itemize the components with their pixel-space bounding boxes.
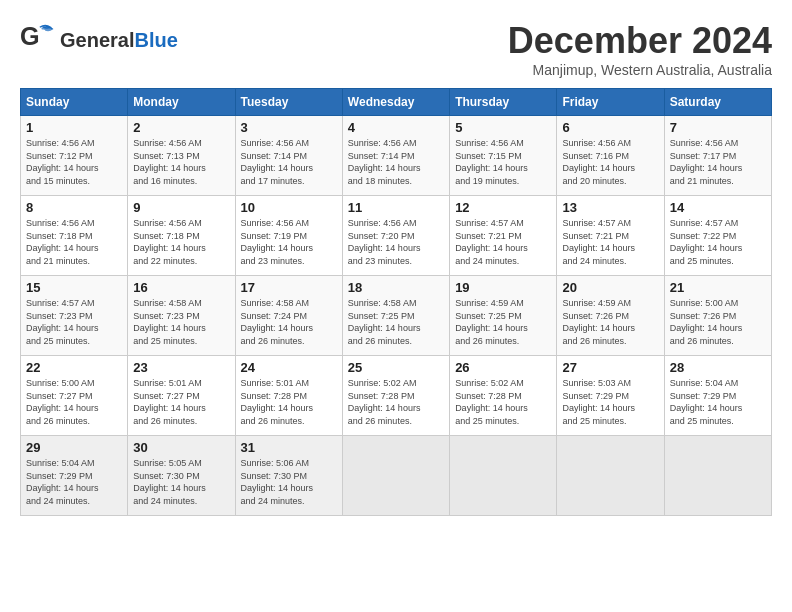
day-number: 16: [133, 280, 229, 295]
day-number: 13: [562, 200, 658, 215]
day-number: 19: [455, 280, 551, 295]
page-header: G GeneralBlue December 2024 Manjimup, We…: [20, 20, 772, 78]
weekday-header-tuesday: Tuesday: [235, 89, 342, 116]
calendar-cell: 20Sunrise: 4:59 AM Sunset: 7:26 PM Dayli…: [557, 276, 664, 356]
day-number: 14: [670, 200, 766, 215]
calendar-cell: 1Sunrise: 4:56 AM Sunset: 7:12 PM Daylig…: [21, 116, 128, 196]
calendar-cell: 28Sunrise: 5:04 AM Sunset: 7:29 PM Dayli…: [664, 356, 771, 436]
calendar-cell: 3Sunrise: 4:56 AM Sunset: 7:14 PM Daylig…: [235, 116, 342, 196]
day-number: 7: [670, 120, 766, 135]
calendar-cell: 5Sunrise: 4:56 AM Sunset: 7:15 PM Daylig…: [450, 116, 557, 196]
calendar-cell: 2Sunrise: 4:56 AM Sunset: 7:13 PM Daylig…: [128, 116, 235, 196]
weekday-header-saturday: Saturday: [664, 89, 771, 116]
day-info: Sunrise: 5:00 AM Sunset: 7:27 PM Dayligh…: [26, 377, 122, 427]
day-number: 22: [26, 360, 122, 375]
day-info: Sunrise: 4:56 AM Sunset: 7:13 PM Dayligh…: [133, 137, 229, 187]
day-info: Sunrise: 5:05 AM Sunset: 7:30 PM Dayligh…: [133, 457, 229, 507]
day-info: Sunrise: 4:59 AM Sunset: 7:26 PM Dayligh…: [562, 297, 658, 347]
day-number: 3: [241, 120, 337, 135]
weekday-header-wednesday: Wednesday: [342, 89, 449, 116]
calendar-cell: 16Sunrise: 4:58 AM Sunset: 7:23 PM Dayli…: [128, 276, 235, 356]
day-info: Sunrise: 4:58 AM Sunset: 7:23 PM Dayligh…: [133, 297, 229, 347]
logo-general: General: [60, 29, 134, 51]
calendar-cell: 15Sunrise: 4:57 AM Sunset: 7:23 PM Dayli…: [21, 276, 128, 356]
weekday-header-monday: Monday: [128, 89, 235, 116]
day-number: 2: [133, 120, 229, 135]
weekday-header-sunday: Sunday: [21, 89, 128, 116]
calendar-cell: 14Sunrise: 4:57 AM Sunset: 7:22 PM Dayli…: [664, 196, 771, 276]
calendar-cell: 6Sunrise: 4:56 AM Sunset: 7:16 PM Daylig…: [557, 116, 664, 196]
calendar-cell: 17Sunrise: 4:58 AM Sunset: 7:24 PM Dayli…: [235, 276, 342, 356]
day-number: 24: [241, 360, 337, 375]
day-number: 30: [133, 440, 229, 455]
day-number: 9: [133, 200, 229, 215]
day-info: Sunrise: 4:56 AM Sunset: 7:15 PM Dayligh…: [455, 137, 551, 187]
day-info: Sunrise: 4:58 AM Sunset: 7:25 PM Dayligh…: [348, 297, 444, 347]
calendar-cell: [342, 436, 449, 516]
calendar-week-3: 15Sunrise: 4:57 AM Sunset: 7:23 PM Dayli…: [21, 276, 772, 356]
calendar-cell: 25Sunrise: 5:02 AM Sunset: 7:28 PM Dayli…: [342, 356, 449, 436]
day-number: 25: [348, 360, 444, 375]
day-info: Sunrise: 4:56 AM Sunset: 7:18 PM Dayligh…: [26, 217, 122, 267]
day-info: Sunrise: 5:04 AM Sunset: 7:29 PM Dayligh…: [26, 457, 122, 507]
calendar-cell: 11Sunrise: 4:56 AM Sunset: 7:20 PM Dayli…: [342, 196, 449, 276]
calendar-cell: 12Sunrise: 4:57 AM Sunset: 7:21 PM Dayli…: [450, 196, 557, 276]
calendar-cell: 21Sunrise: 5:00 AM Sunset: 7:26 PM Dayli…: [664, 276, 771, 356]
calendar-cell: [450, 436, 557, 516]
calendar-cell: 23Sunrise: 5:01 AM Sunset: 7:27 PM Dayli…: [128, 356, 235, 436]
calendar-table: SundayMondayTuesdayWednesdayThursdayFrid…: [20, 88, 772, 516]
day-info: Sunrise: 5:00 AM Sunset: 7:26 PM Dayligh…: [670, 297, 766, 347]
day-info: Sunrise: 5:01 AM Sunset: 7:27 PM Dayligh…: [133, 377, 229, 427]
day-number: 27: [562, 360, 658, 375]
calendar-cell: [664, 436, 771, 516]
day-number: 26: [455, 360, 551, 375]
day-info: Sunrise: 4:57 AM Sunset: 7:23 PM Dayligh…: [26, 297, 122, 347]
calendar-cell: 30Sunrise: 5:05 AM Sunset: 7:30 PM Dayli…: [128, 436, 235, 516]
weekday-header-thursday: Thursday: [450, 89, 557, 116]
calendar-cell: 7Sunrise: 4:56 AM Sunset: 7:17 PM Daylig…: [664, 116, 771, 196]
day-number: 23: [133, 360, 229, 375]
day-info: Sunrise: 4:57 AM Sunset: 7:21 PM Dayligh…: [455, 217, 551, 267]
calendar-cell: 9Sunrise: 4:56 AM Sunset: 7:18 PM Daylig…: [128, 196, 235, 276]
day-info: Sunrise: 5:02 AM Sunset: 7:28 PM Dayligh…: [455, 377, 551, 427]
title-block: December 2024 Manjimup, Western Australi…: [508, 20, 772, 78]
day-info: Sunrise: 4:56 AM Sunset: 7:14 PM Dayligh…: [241, 137, 337, 187]
day-info: Sunrise: 4:56 AM Sunset: 7:18 PM Dayligh…: [133, 217, 229, 267]
day-number: 29: [26, 440, 122, 455]
day-number: 12: [455, 200, 551, 215]
day-info: Sunrise: 5:01 AM Sunset: 7:28 PM Dayligh…: [241, 377, 337, 427]
day-number: 8: [26, 200, 122, 215]
day-info: Sunrise: 4:56 AM Sunset: 7:12 PM Dayligh…: [26, 137, 122, 187]
day-info: Sunrise: 4:56 AM Sunset: 7:14 PM Dayligh…: [348, 137, 444, 187]
day-number: 5: [455, 120, 551, 135]
calendar-header: SundayMondayTuesdayWednesdayThursdayFrid…: [21, 89, 772, 116]
month-title: December 2024: [508, 20, 772, 62]
day-info: Sunrise: 5:06 AM Sunset: 7:30 PM Dayligh…: [241, 457, 337, 507]
day-number: 21: [670, 280, 766, 295]
calendar-cell: 24Sunrise: 5:01 AM Sunset: 7:28 PM Dayli…: [235, 356, 342, 436]
day-number: 10: [241, 200, 337, 215]
logo-text: GeneralBlue: [60, 29, 178, 52]
day-number: 11: [348, 200, 444, 215]
day-info: Sunrise: 4:57 AM Sunset: 7:21 PM Dayligh…: [562, 217, 658, 267]
calendar-cell: 29Sunrise: 5:04 AM Sunset: 7:29 PM Dayli…: [21, 436, 128, 516]
day-info: Sunrise: 4:56 AM Sunset: 7:17 PM Dayligh…: [670, 137, 766, 187]
day-number: 15: [26, 280, 122, 295]
day-number: 28: [670, 360, 766, 375]
logo-blue: Blue: [134, 29, 177, 51]
day-info: Sunrise: 4:56 AM Sunset: 7:20 PM Dayligh…: [348, 217, 444, 267]
day-info: Sunrise: 4:56 AM Sunset: 7:19 PM Dayligh…: [241, 217, 337, 267]
calendar-cell: 13Sunrise: 4:57 AM Sunset: 7:21 PM Dayli…: [557, 196, 664, 276]
calendar-week-4: 22Sunrise: 5:00 AM Sunset: 7:27 PM Dayli…: [21, 356, 772, 436]
calendar-cell: [557, 436, 664, 516]
day-number: 4: [348, 120, 444, 135]
day-info: Sunrise: 5:04 AM Sunset: 7:29 PM Dayligh…: [670, 377, 766, 427]
calendar-cell: 8Sunrise: 4:56 AM Sunset: 7:18 PM Daylig…: [21, 196, 128, 276]
calendar-cell: 22Sunrise: 5:00 AM Sunset: 7:27 PM Dayli…: [21, 356, 128, 436]
calendar-week-1: 1Sunrise: 4:56 AM Sunset: 7:12 PM Daylig…: [21, 116, 772, 196]
calendar-cell: 4Sunrise: 4:56 AM Sunset: 7:14 PM Daylig…: [342, 116, 449, 196]
location-title: Manjimup, Western Australia, Australia: [508, 62, 772, 78]
calendar-cell: 31Sunrise: 5:06 AM Sunset: 7:30 PM Dayli…: [235, 436, 342, 516]
calendar-cell: 26Sunrise: 5:02 AM Sunset: 7:28 PM Dayli…: [450, 356, 557, 436]
day-info: Sunrise: 5:03 AM Sunset: 7:29 PM Dayligh…: [562, 377, 658, 427]
